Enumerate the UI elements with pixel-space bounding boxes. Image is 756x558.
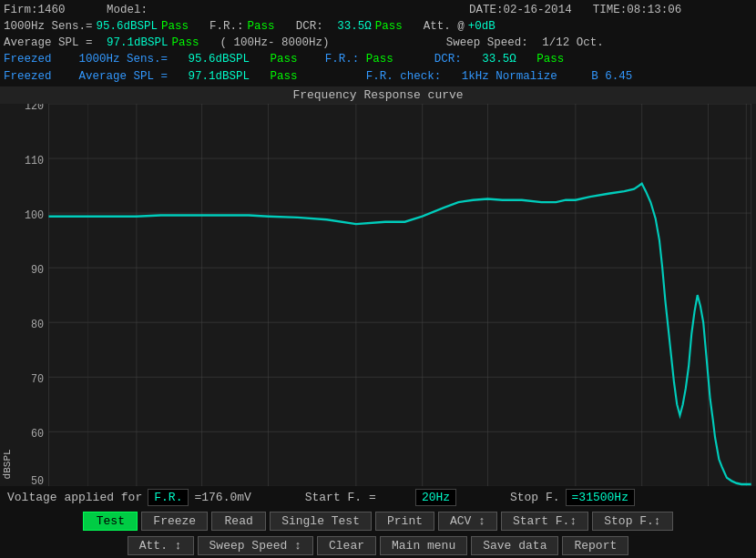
- frozen1-dcr-value: 33.5Ω: [482, 53, 516, 66]
- stop-value: =31500Hz: [566, 489, 635, 506]
- svg-text:70: 70: [31, 372, 44, 386]
- frozen2-prefix: Freezed: [4, 70, 52, 83]
- btn-main-menu[interactable]: Main menu: [380, 536, 467, 555]
- button-row-2: Att. ↕Sweep Speed ↕ClearMain menuSave da…: [0, 533, 756, 558]
- frozen1-sens-label: 1000Hz Sens.=: [79, 53, 169, 66]
- start-label: Start F. =: [305, 491, 376, 504]
- btn-read[interactable]: Read: [211, 512, 266, 531]
- fr-value: =176.0mV: [194, 491, 250, 504]
- btn-clear[interactable]: Clear: [317, 536, 376, 555]
- btn-stop-f--[interactable]: Stop F.↕: [592, 512, 672, 531]
- avg-value: 97.1dBSPL: [107, 35, 169, 51]
- sens-label: 1000Hz Sens.=: [4, 18, 93, 35]
- frozen1-fr-label: F.R.:: [325, 53, 360, 66]
- btn-start-f--[interactable]: Start F.↕: [501, 512, 588, 531]
- btn-single-test[interactable]: Single Test: [270, 512, 372, 531]
- avg-pass: Pass: [172, 35, 199, 51]
- model-label: Model:: [107, 2, 148, 18]
- date-label: DATE:02-16-2014: [469, 2, 572, 18]
- svg-text:120: 120: [25, 104, 44, 113]
- frozen2-check-label: F.R. check:: [366, 70, 442, 83]
- att-value: +0dB: [468, 18, 495, 35]
- firm-label: Firm:1460: [4, 2, 66, 18]
- sens-value: 95.6dBSPL: [97, 18, 158, 35]
- btn-test[interactable]: Test: [83, 512, 138, 531]
- frozen2-check-value: 1kHz Normalize: [462, 70, 557, 83]
- btn-sweep-speed--[interactable]: Sweep Speed ↕: [198, 536, 313, 555]
- btn-freeze[interactable]: Freeze: [141, 512, 208, 531]
- frozen1-sens-value: 95.6dBSPL: [189, 53, 250, 66]
- frozen2-avg-pass: Pass: [271, 70, 298, 83]
- frozen2-b-label: B 6.45: [591, 70, 632, 83]
- dcr-value: 33.5Ω: [337, 18, 372, 35]
- btn-acv--[interactable]: ACV ↕: [438, 512, 497, 531]
- fr-label: F.R.: [148, 489, 189, 506]
- dcr-pass: Pass: [375, 18, 403, 35]
- chart-title: Frequency Response curve: [0, 86, 756, 104]
- svg-text:100: 100: [25, 208, 44, 222]
- button-row-1: TestFreezeReadSingle TestPrintACV ↕Start…: [0, 509, 756, 533]
- range-label: ( 100Hz- 8000Hz): [220, 35, 330, 51]
- avg-label: Average SPL =: [4, 35, 93, 51]
- btn-save-data[interactable]: Save data: [471, 536, 558, 555]
- frozen1-fr-pass: Pass: [366, 53, 393, 66]
- fr-label: F.R.:: [209, 18, 244, 35]
- svg-text:110: 110: [25, 154, 44, 167]
- sweep-value: 1/12 Oct.: [542, 35, 604, 51]
- dcr-label: DCR:: [296, 18, 323, 35]
- sens-pass: Pass: [161, 18, 189, 35]
- voltage-label: Voltage applied for: [7, 491, 142, 504]
- frozen1-prefix: Freezed: [4, 53, 52, 66]
- time-label: TIME:08:13:06: [593, 2, 682, 18]
- frozen1-pass1: Pass: [271, 53, 298, 66]
- btn-report[interactable]: Report: [562, 536, 628, 555]
- btn-print[interactable]: Print: [375, 512, 434, 531]
- start-value: 20Hz: [415, 489, 456, 506]
- fr-pass: Pass: [248, 18, 275, 35]
- frequency-response-chart: 120 110 100 90 80 70 60 50: [15, 104, 756, 486]
- svg-text:90: 90: [31, 263, 44, 277]
- sweep-label: Sweep Speed:: [446, 35, 528, 51]
- svg-text:50: 50: [31, 474, 44, 486]
- svg-text:60: 60: [31, 427, 44, 441]
- voltage-row: Voltage applied for F.R. =176.0mV Start …: [0, 486, 756, 509]
- frozen2-avg-label: Average SPL =: [79, 70, 169, 83]
- svg-rect-0: [15, 104, 756, 486]
- svg-text:80: 80: [31, 318, 44, 331]
- frozen1-dcr-pass: Pass: [536, 53, 564, 66]
- y-axis-label: dBSPL: [0, 104, 15, 486]
- stop-label: Stop F.: [510, 491, 560, 504]
- att-label: Att. @: [424, 18, 465, 35]
- frozen2-avg-value: 97.1dBSPL: [189, 70, 250, 83]
- btn-att---[interactable]: Att. ↕: [128, 536, 194, 555]
- frozen1-dcr-label: DCR:: [434, 53, 462, 66]
